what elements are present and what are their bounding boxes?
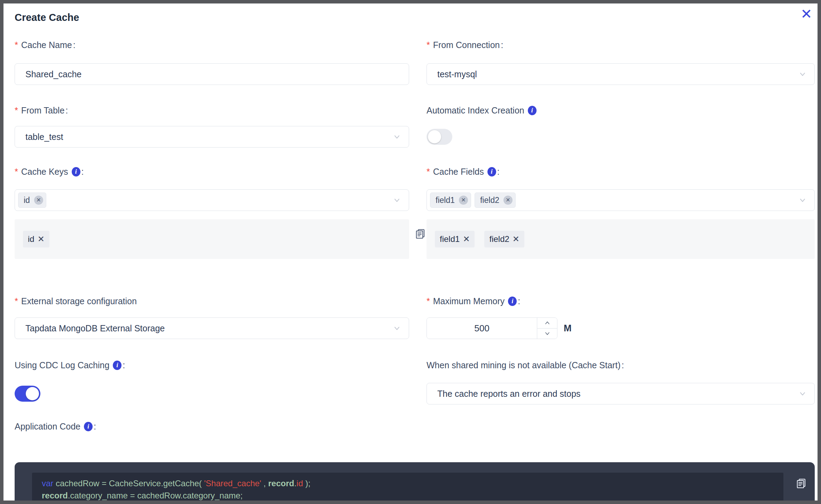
- chevron-down-icon: [393, 196, 401, 204]
- required-mark: *: [427, 39, 430, 51]
- remove-chip-icon[interactable]: ✕: [38, 235, 45, 243]
- from-table-label: * From Table:: [15, 104, 409, 116]
- copy-code-icon[interactable]: [795, 478, 807, 491]
- external-storage-label: * External storage configuration: [15, 295, 409, 307]
- cache-key-chip: id ✕: [23, 231, 49, 247]
- code-line: var cachedRow = CacheService.getCache( '…: [42, 477, 774, 489]
- cache-keys-select[interactable]: id ✕: [15, 189, 409, 211]
- spinner-down-icon[interactable]: [537, 329, 557, 339]
- from-table-select[interactable]: table_test: [15, 126, 409, 148]
- info-icon[interactable]: i: [487, 167, 496, 176]
- cache-start-label: When shared mining is not available (Cac…: [427, 359, 815, 371]
- max-memory-input[interactable]: [427, 318, 537, 339]
- remove-tag-icon[interactable]: ✕: [503, 196, 513, 205]
- code-line: record.category_name = cachedRow.categor…: [42, 489, 774, 502]
- copy-icon[interactable]: [414, 228, 426, 241]
- cache-field-chip: field2 ✕: [484, 231, 524, 247]
- remove-tag-icon[interactable]: ✕: [34, 196, 43, 205]
- required-mark: *: [15, 295, 18, 307]
- chevron-down-icon: [798, 196, 807, 204]
- cache-field-tag: field1 ✕: [430, 192, 471, 208]
- external-storage-select[interactable]: Tapdata MongoDB External Storage: [15, 317, 409, 339]
- spinner: [537, 318, 557, 339]
- max-memory-stepper: [427, 317, 557, 339]
- info-icon[interactable]: i: [508, 297, 517, 306]
- cdc-caching-toggle[interactable]: [15, 386, 40, 402]
- auto-index-label: Automatic Index Creation i: [427, 104, 815, 116]
- cache-field-chip: field1 ✕: [435, 231, 475, 247]
- remove-chip-icon[interactable]: ✕: [513, 235, 519, 243]
- cache-name-input-wrap: [15, 63, 409, 85]
- max-memory-unit: M: [564, 323, 572, 334]
- auto-index-toggle[interactable]: [427, 129, 452, 145]
- cache-fields-label: * Cache Fields i :: [427, 166, 815, 178]
- dialog-content: Create Cache * Cache Name: * From Connec…: [3, 3, 815, 504]
- cache-key-tag: id ✕: [18, 192, 46, 208]
- info-icon[interactable]: i: [113, 361, 122, 370]
- from-connection-value: test-mysql: [437, 69, 477, 79]
- toggle-knob: [428, 130, 441, 143]
- required-mark: *: [15, 104, 18, 116]
- application-code-label: Application Code i :: [15, 420, 815, 432]
- cache-start-select[interactable]: The cache reports an error and stops: [427, 383, 815, 404]
- from-connection-select[interactable]: test-mysql: [427, 63, 815, 85]
- cache-fields-select[interactable]: field1 ✕ field2 ✕: [427, 189, 815, 211]
- cache-field-tag: field2 ✕: [475, 192, 516, 208]
- required-mark: *: [15, 166, 18, 178]
- required-mark: *: [427, 295, 430, 307]
- required-mark: *: [15, 39, 18, 51]
- cache-name-input[interactable]: [25, 69, 401, 79]
- remove-chip-icon[interactable]: ✕: [463, 235, 470, 243]
- page-title: Create Cache: [15, 10, 815, 24]
- cache-fields-preview-panel: field1 ✕ field2 ✕: [427, 219, 815, 259]
- max-memory-label: * Maximum Memory i :: [427, 295, 815, 307]
- cdc-caching-label: Using CDC Log Caching i :: [15, 359, 409, 371]
- create-cache-dialog: ✕ Create Cache * Cache Name: * From Conn…: [0, 0, 821, 504]
- code-editor: var cachedRow = CacheService.getCache( '…: [15, 462, 815, 504]
- chevron-down-icon: [798, 389, 807, 398]
- from-table-value: table_test: [25, 132, 63, 142]
- toggle-knob: [26, 387, 39, 400]
- external-storage-value: Tapdata MongoDB External Storage: [25, 323, 165, 333]
- cache-keys-label: * Cache Keys i :: [15, 166, 409, 178]
- chevron-down-icon: [393, 133, 401, 141]
- code-content[interactable]: var cachedRow = CacheService.getCache( '…: [32, 473, 783, 504]
- cache-name-label: * Cache Name:: [15, 39, 409, 51]
- info-icon[interactable]: i: [72, 167, 80, 176]
- info-icon[interactable]: i: [528, 106, 537, 115]
- chevron-down-icon: [798, 70, 807, 78]
- cache-keys-preview-panel: id ✕: [15, 219, 409, 259]
- chevron-down-icon: [393, 324, 401, 332]
- info-icon[interactable]: i: [84, 422, 93, 431]
- spinner-up-icon[interactable]: [537, 318, 557, 329]
- remove-tag-icon[interactable]: ✕: [459, 196, 468, 205]
- from-connection-label: * From Connection:: [427, 39, 815, 51]
- required-mark: *: [427, 166, 430, 178]
- cache-start-value: The cache reports an error and stops: [437, 389, 580, 399]
